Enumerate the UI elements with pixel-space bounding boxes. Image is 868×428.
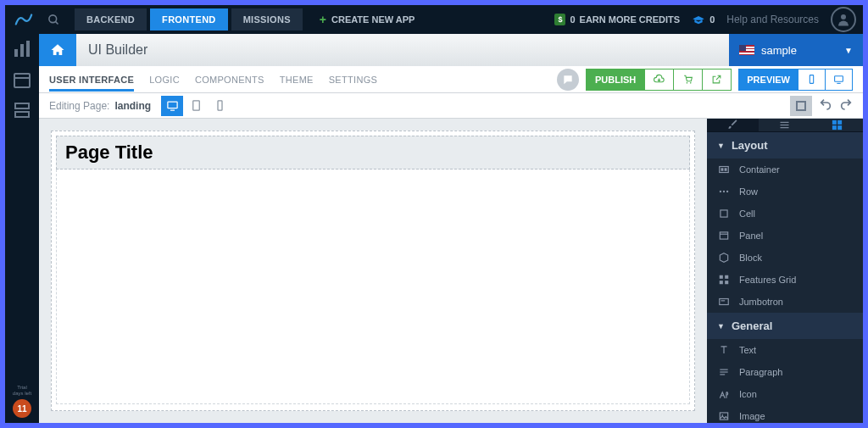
svg-rect-33 — [720, 232, 727, 239]
svg-rect-13 — [835, 76, 843, 82]
tab-backend[interactable]: BACKEND — [75, 8, 147, 31]
svg-rect-17 — [192, 101, 199, 110]
subtab-theme[interactable]: THEME — [280, 68, 314, 92]
subtab-ui[interactable]: USER INTERFACE — [49, 68, 134, 92]
earn-credits-button[interactable]: $ 0 EARN MORE CREDITS — [554, 14, 680, 25]
home-button[interactable] — [39, 34, 76, 66]
grad-credits[interactable]: 0 — [692, 14, 715, 25]
top-bar: BACKEND FRONTEND MISSIONS + CREATE NEW A… — [5, 5, 863, 34]
preview-desktop-icon[interactable] — [826, 69, 852, 90]
preview-mobile-icon[interactable] — [798, 69, 826, 90]
svg-rect-26 — [720, 167, 729, 173]
device-mobile-icon[interactable] — [209, 96, 231, 116]
svg-point-29 — [720, 191, 721, 192]
svg-point-0 — [48, 14, 56, 22]
db-icon[interactable] — [12, 100, 32, 120]
publish-group: PUBLISH — [586, 69, 732, 91]
cloud-download-icon[interactable] — [645, 69, 674, 90]
selection-tool-icon[interactable] — [790, 96, 812, 116]
search-icon[interactable] — [41, 7, 66, 32]
tab-missions[interactable]: MISSIONS — [231, 8, 303, 31]
container-icon — [717, 163, 731, 176]
plus-icon: + — [320, 13, 326, 26]
svg-rect-38 — [725, 281, 728, 284]
component-icon[interactable]: Icon — [707, 383, 863, 405]
tab-frontend[interactable]: FRONTEND — [150, 8, 228, 31]
svg-rect-28 — [725, 168, 727, 171]
svg-rect-3 — [14, 49, 18, 57]
external-link-icon[interactable] — [703, 69, 731, 90]
component-jumbotron[interactable]: Jumbotron — [707, 291, 863, 313]
features-grid-icon — [717, 273, 731, 286]
component-row[interactable]: Row — [707, 181, 863, 203]
component-paragraph[interactable]: Paragraph — [707, 361, 863, 383]
calendar-icon[interactable] — [12, 69, 32, 90]
svg-rect-15 — [167, 102, 176, 108]
component-panel[interactable]: Panel — [707, 225, 863, 247]
undo-icon[interactable] — [819, 97, 832, 114]
preview-group: PREVIEW — [738, 69, 853, 91]
svg-rect-24 — [832, 125, 837, 130]
svg-rect-8 — [15, 103, 29, 108]
component-block[interactable]: Block — [707, 247, 863, 269]
subtab-logic[interactable]: LOGIC — [149, 68, 180, 92]
panel-tab-brush-icon[interactable] — [707, 119, 759, 131]
svg-rect-44 — [720, 413, 727, 420]
text-icon — [717, 343, 731, 357]
panel-tab-list-icon[interactable] — [759, 119, 810, 131]
edit-bar: Editing Page: landing — [39, 93, 863, 119]
svg-rect-22 — [832, 120, 837, 125]
image-icon — [717, 409, 731, 423]
jumbotron-icon — [717, 295, 731, 308]
canvas[interactable]: Page Title — [39, 119, 707, 423]
us-flag-icon — [739, 45, 754, 55]
publish-button[interactable]: PUBLISH — [587, 69, 645, 90]
editing-page-name: landing — [114, 100, 151, 112]
create-new-app-button[interactable]: + CREATE NEW APP — [311, 8, 424, 31]
row-icon — [717, 185, 731, 198]
svg-rect-36 — [725, 275, 728, 279]
chevron-down-icon: ▼ — [717, 322, 725, 331]
device-tablet-icon[interactable] — [185, 96, 207, 116]
svg-rect-27 — [721, 168, 724, 171]
page-body-slot[interactable] — [56, 170, 690, 404]
component-image[interactable]: Image — [707, 405, 863, 427]
subtab-components[interactable]: COMPONENTS — [195, 68, 264, 92]
sample-dropdown[interactable]: sample ▼ — [729, 34, 863, 66]
svg-rect-12 — [810, 75, 813, 84]
component-container[interactable]: Container — [707, 158, 863, 181]
redo-icon[interactable] — [839, 97, 853, 114]
logo[interactable] — [12, 8, 36, 31]
section-general[interactable]: ▼General — [707, 313, 863, 339]
editing-label: Editing Page: — [49, 100, 109, 112]
chat-icon[interactable] — [557, 69, 579, 91]
svg-point-31 — [726, 191, 728, 192]
create-app-label: CREATE NEW APP — [331, 14, 415, 25]
subtab-settings[interactable]: SETTINGS — [329, 68, 377, 92]
cart-icon[interactable] — [674, 69, 703, 90]
panel-tab-grid-icon[interactable] — [811, 119, 863, 131]
stats-icon[interactable] — [12, 39, 32, 59]
page-title-block[interactable]: Page Title — [56, 136, 690, 170]
svg-rect-32 — [721, 210, 727, 217]
help-link[interactable]: Help and Resources — [726, 14, 819, 25]
component-panel: ▼LayoutContainerRowCellPanelBlockFeature… — [707, 119, 863, 423]
svg-rect-23 — [837, 120, 842, 125]
component-cell[interactable]: Cell — [707, 203, 863, 225]
dollar-icon: $ — [554, 14, 565, 25]
component-text[interactable]: Text — [707, 339, 863, 361]
svg-rect-5 — [26, 41, 30, 57]
svg-point-2 — [841, 14, 846, 19]
trial-label: Trialdays left — [13, 385, 31, 397]
svg-rect-35 — [720, 275, 723, 279]
block-icon — [717, 251, 731, 264]
preview-button[interactable]: PREVIEW — [739, 69, 798, 90]
title-bar: UI Builder sample ▼ — [39, 34, 863, 66]
grad-cap-icon — [692, 14, 705, 25]
section-layout[interactable]: ▼Layout — [707, 132, 863, 158]
component-features-grid[interactable]: Features Grid — [707, 269, 863, 291]
avatar[interactable] — [831, 7, 856, 32]
svg-rect-6 — [14, 74, 30, 87]
device-desktop-icon[interactable] — [161, 96, 183, 116]
trial-days-badge[interactable]: 11 — [13, 399, 31, 418]
